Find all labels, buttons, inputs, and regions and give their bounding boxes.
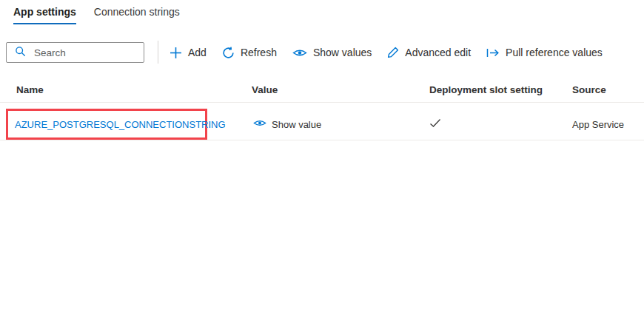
search-input[interactable] <box>34 47 138 58</box>
table-row: AZURE_POSTGRESQL_CONNECTIONSTRING Show v… <box>0 103 644 140</box>
setting-name-cell: AZURE_POSTGRESQL_CONNECTIONSTRING <box>15 119 226 130</box>
app-settings-page: App settings Connection strings Add <box>0 0 644 309</box>
command-toolbar: Add Refresh Show values <box>170 42 603 63</box>
header-deployment-slot-setting[interactable]: Deployment slot setting <box>429 84 543 95</box>
header-source[interactable]: Source <box>572 84 606 95</box>
setting-name-link[interactable]: AZURE_POSTGRESQL_CONNECTIONSTRING <box>15 119 226 130</box>
tab-bar: App settings Connection strings <box>13 6 180 24</box>
tab-connection-strings[interactable]: Connection strings <box>94 6 180 24</box>
header-value[interactable]: Value <box>252 84 278 95</box>
refresh-label: Refresh <box>241 47 277 58</box>
checkmark-icon <box>429 119 441 130</box>
plus-icon <box>170 47 182 59</box>
arrow-from-bar-icon <box>486 47 500 58</box>
toolbar-divider <box>158 41 158 64</box>
refresh-icon <box>222 47 235 59</box>
eye-icon <box>292 47 307 58</box>
show-value-label: Show value <box>272 119 321 130</box>
show-values-button[interactable]: Show values <box>292 47 372 58</box>
add-button[interactable]: Add <box>170 47 207 59</box>
pull-reference-values-label: Pull reference values <box>506 47 603 58</box>
advanced-edit-label: Advanced edit <box>405 47 471 58</box>
add-label: Add <box>188 47 207 58</box>
show-value-button[interactable]: Show value <box>253 118 321 130</box>
refresh-button[interactable]: Refresh <box>222 47 277 59</box>
search-icon <box>15 46 26 60</box>
search-box[interactable] <box>6 42 144 63</box>
table-header: Name Value Deployment slot setting Sourc… <box>0 78 644 103</box>
deployment-slot-setting-cell <box>429 118 441 130</box>
advanced-edit-button[interactable]: Advanced edit <box>387 47 471 58</box>
show-values-label: Show values <box>313 47 372 58</box>
pencil-icon <box>387 47 399 58</box>
source-cell: App Service <box>572 119 624 130</box>
pull-reference-values-button[interactable]: Pull reference values <box>486 47 603 58</box>
header-name[interactable]: Name <box>16 84 44 95</box>
eye-icon <box>253 118 266 130</box>
tab-app-settings[interactable]: App settings <box>13 6 76 24</box>
